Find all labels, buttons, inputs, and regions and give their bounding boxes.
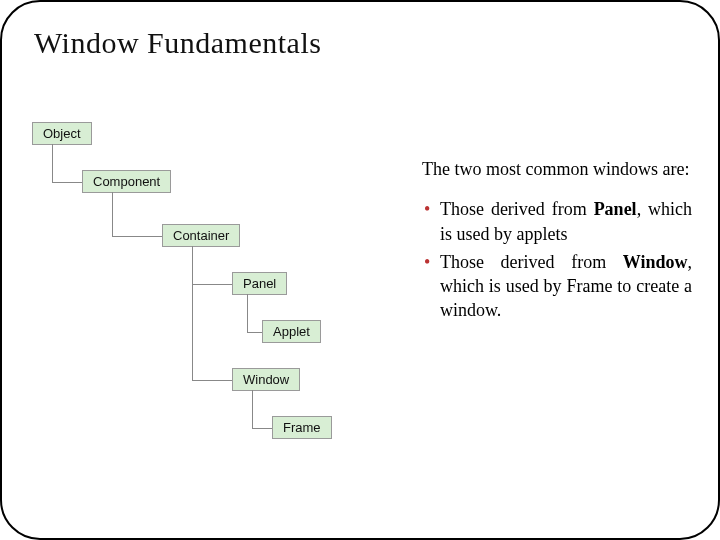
node-container: Container <box>162 224 240 247</box>
li-bold: Panel <box>594 199 637 219</box>
list-item: Those derived from Panel, which is used … <box>440 197 692 246</box>
node-applet: Applet <box>262 320 321 343</box>
connector <box>252 428 272 429</box>
connector <box>52 182 82 183</box>
intro-text: The two most common windows are: <box>422 157 692 181</box>
connector <box>192 284 232 285</box>
class-hierarchy-diagram: Object Component Container Panel Applet … <box>32 122 402 452</box>
node-object: Object <box>32 122 92 145</box>
connector <box>112 236 162 237</box>
li-pre: Those derived from <box>440 252 623 272</box>
bullet-list: Those derived from Panel, which is used … <box>422 197 692 322</box>
connector <box>112 192 113 236</box>
li-pre: Those derived from <box>440 199 594 219</box>
node-component: Component <box>82 170 171 193</box>
connector <box>52 144 53 182</box>
connector <box>192 380 232 381</box>
connector <box>247 294 248 332</box>
slide-frame: Window Fundamentals Object Component Con… <box>0 0 720 540</box>
node-frame: Frame <box>272 416 332 439</box>
node-panel: Panel <box>232 272 287 295</box>
list-item: Those derived from Window, which is used… <box>440 250 692 323</box>
page-title: Window Fundamentals <box>34 26 321 60</box>
connector <box>192 246 193 284</box>
description-text: The two most common windows are: Those d… <box>422 157 692 327</box>
node-window: Window <box>232 368 300 391</box>
li-bold: Window <box>623 252 688 272</box>
connector <box>192 284 193 380</box>
connector <box>247 332 262 333</box>
connector <box>252 390 253 428</box>
